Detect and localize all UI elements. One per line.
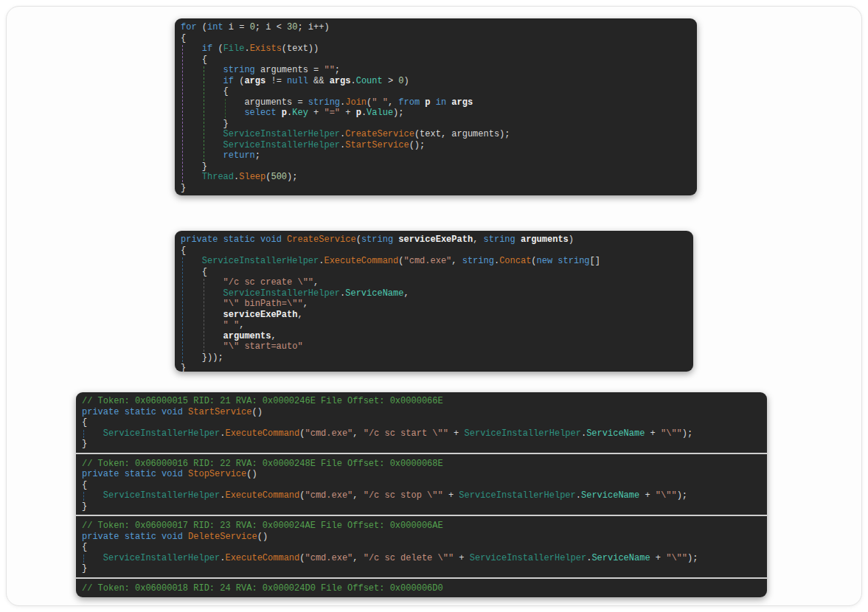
keyword-token: private — [82, 469, 119, 479]
code-line: } — [181, 363, 687, 372]
plain-token — [119, 469, 124, 479]
parameter-token: p — [356, 108, 361, 118]
code-line: // Token: 0x06000015 RID: 21 RVA: 0x0000… — [82, 396, 761, 407]
parameter-token: arguments — [223, 331, 271, 341]
code-line: arguments, — [181, 331, 687, 342]
code-section: for (int i = 0; i < 30; i++){ if (File.E… — [181, 22, 691, 193]
plain-token: + — [308, 108, 324, 118]
method-token: Concat — [499, 256, 531, 266]
code-line: return; — [181, 150, 691, 161]
plain-token: arguments = — [181, 97, 308, 108]
keyword-token: void — [260, 234, 282, 245]
parameter-token: serviceExePath — [398, 234, 473, 245]
plain-token: { — [181, 55, 207, 65]
plain-token: i = — [223, 22, 250, 32]
code-line: { — [82, 480, 761, 491]
method-token: DeleteService — [188, 532, 257, 542]
code-line: { — [181, 246, 687, 257]
code-line: } — [181, 183, 691, 194]
method-token: StartService — [188, 407, 251, 417]
plain-token: } — [181, 119, 229, 129]
code-section: private static void CreateService(string… — [181, 234, 687, 372]
plain-token: [] — [590, 256, 600, 266]
code-section: // Token: 0x06000016 RID: 22 RVA: 0x0000… — [82, 459, 761, 512]
property-token: ServiceName — [586, 428, 645, 439]
parameter-token: serviceExePath — [223, 310, 298, 320]
plain-token — [181, 129, 223, 139]
method-token: ExecuteCommand — [225, 553, 299, 563]
plain-token — [431, 97, 436, 108]
string-token: "\"" — [656, 490, 677, 501]
property-token: Count — [356, 76, 383, 86]
section-divider — [76, 577, 767, 579]
string-token: "\"" — [661, 428, 682, 439]
string-token: "/c sc start \"" — [364, 428, 448, 439]
type-token: ServiceInstallerHelper — [223, 288, 340, 299]
number-token: 0 — [250, 22, 255, 32]
plain-token — [282, 234, 287, 245]
plain-token — [218, 234, 223, 245]
number-token: 500 — [271, 172, 287, 182]
keyword-token: private — [82, 407, 119, 417]
plain-token — [156, 469, 162, 479]
keyword-token: static — [125, 532, 156, 542]
string-token: "" — [324, 65, 334, 75]
code-line: } — [82, 439, 761, 450]
plain-token: } — [181, 363, 186, 372]
section-divider — [76, 515, 767, 516]
service-methods-code-panel: // Token: 0x06000015 RID: 21 RVA: 0x0000… — [76, 392, 767, 597]
code-line: // Token: 0x06000016 RID: 22 RVA: 0x0000… — [82, 459, 761, 470]
plain-token — [183, 469, 188, 479]
string-token: "\"" — [666, 553, 687, 563]
code-line: "\" start=auto" — [181, 341, 687, 352]
plain-token: ); — [682, 428, 692, 439]
plain-token: { — [181, 33, 186, 44]
code-line: } — [82, 563, 761, 574]
parameter-token: args — [451, 97, 473, 108]
plain-token — [181, 288, 223, 299]
code-line: ServiceInstallerHelper.CreateService(tex… — [181, 129, 691, 140]
plain-token: } — [181, 161, 207, 172]
indent-guide — [204, 279, 204, 352]
plain-token — [181, 341, 223, 352]
indent-guide — [204, 66, 204, 161]
for-loop-code-panel: for (int i = 0; i < 30; i++){ if (File.E… — [175, 18, 697, 195]
indent-guide — [225, 99, 226, 118]
string-token: "cmd.exe" — [305, 490, 353, 501]
comment-token: // Token: 0x06000015 RID: 21 RVA: 0x0000… — [82, 396, 443, 406]
code-line: private static void StopService() — [82, 469, 761, 480]
plain-token: ( — [212, 44, 223, 54]
plain-token: ; i < — [255, 22, 287, 32]
code-line: private static void DeleteService() — [82, 532, 761, 543]
parameter-token: args — [330, 76, 351, 86]
plain-token: ( — [531, 256, 536, 266]
keyword-token: new — [537, 256, 553, 266]
parameter-token: arguments — [521, 234, 569, 245]
plain-token: , — [473, 234, 483, 245]
plain-token — [181, 150, 223, 161]
property-token: Value — [367, 108, 393, 118]
code-line: ServiceInstallerHelper.ExecuteCommand("c… — [82, 490, 761, 501]
property-token: Key — [292, 108, 308, 118]
keyword-token: int — [207, 22, 223, 32]
plain-token: } — [181, 183, 186, 193]
indent-guide — [182, 45, 183, 182]
code-line: if (File.Exists(text)) — [181, 44, 691, 55]
code-line: private static void CreateService(string… — [181, 234, 687, 246]
plain-token — [82, 553, 103, 563]
keyword-token: from — [398, 97, 420, 108]
indent-guide — [182, 257, 183, 362]
plain-token: { — [181, 267, 207, 277]
plain-token — [183, 532, 188, 542]
plain-token: + — [639, 490, 656, 501]
plain-token: } — [82, 501, 87, 512]
code-line: private static void StartService() — [82, 407, 761, 418]
type-token: File — [223, 44, 245, 54]
method-token: Sleep — [239, 172, 265, 182]
string-token: "cmd.exe" — [305, 428, 353, 439]
type-token: Thread — [202, 172, 234, 182]
keyword-token: string — [558, 256, 589, 266]
plain-token — [181, 108, 244, 118]
plain-token: { — [181, 246, 186, 256]
plain-token — [181, 299, 223, 309]
